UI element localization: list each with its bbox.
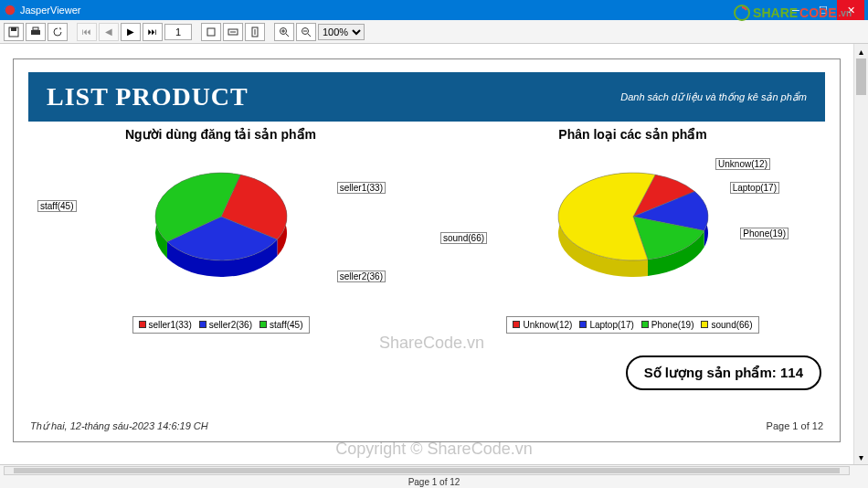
footer-date: Thứ hai, 12-tháng sáu-2023 14:6:19 CH [30,420,208,432]
footer-page: Page 1 of 12 [767,420,823,432]
legend-item: Laptop(17) [579,320,633,330]
legend-chart2: Unknow(12) Laptop(17) Phone(19) sound(66… [506,316,758,334]
svg-rect-5 [207,28,215,36]
scroll-down-icon: ▾ [854,450,868,464]
actual-size-icon [206,27,217,37]
legend-item: staff(45) [259,320,303,330]
svg-rect-4 [33,27,38,30]
toolbar: ⏮ ◀ ▶ ⏭ 100% [0,20,868,44]
svg-rect-2 [11,27,16,31]
first-page-button[interactable]: ⏮ [77,23,97,41]
legend-chart1: seller1(33) seller2(36) staff(45) [132,316,310,334]
scroll-thumb-h[interactable] [14,468,840,473]
save-button[interactable] [4,23,24,41]
vertical-scrollbar[interactable]: ▴ ▾ [853,44,868,464]
print-button[interactable] [26,23,46,41]
next-page-button[interactable]: ▶ [121,23,141,41]
logo-icon [733,4,751,22]
label-phone: Phone(19) [740,228,789,239]
page-subtitle: Danh sách dữ liệu và thống kê sản phẩm [620,91,807,103]
label-laptop: Laptop(17) [730,182,779,194]
legend-item: seller1(33) [139,320,192,330]
window-title: JasperViewer [20,5,80,16]
zoom-in-icon [279,27,290,37]
chart-categories: Phân loại các sản phẩm Unknow(12) Laptop… [440,127,825,334]
last-page-button[interactable]: ⏭ [143,23,163,41]
fit-width-icon [249,27,260,37]
watermark-center: ShareCode.vn [379,334,484,353]
svg-rect-3 [31,30,40,35]
report-footer: Thứ hai, 12-tháng sáu-2023 14:6:19 CH Pa… [30,420,823,432]
legend-item: Phone(19) [641,320,694,330]
zoom-out-button[interactable] [296,23,316,41]
label-unknow: Unknow(12) [715,158,770,170]
watermark-bottom: Copyright © ShareCode.vn [0,440,868,459]
legend-item: Unknow(12) [513,320,572,330]
chart1-title: Người dùng đăng tải sản phẩm [28,127,413,142]
print-icon [30,27,41,37]
app-icon [4,4,16,16]
horizontal-scrollbar[interactable] [4,466,850,475]
chart-users: Người dùng đăng tải sản phẩm seller1(33)… [28,127,413,334]
label-staff: staff(45) [37,200,77,212]
save-icon [8,27,19,37]
reload-button[interactable] [48,23,68,41]
fit-width-button[interactable] [245,23,265,41]
legend-item: sound(66) [701,320,752,330]
zoom-in-button[interactable] [274,23,294,41]
chart2-title: Phân loại các sản phẩm [440,127,825,142]
report-page: LIST PRODUCT Danh sách dữ liệu và thống … [13,58,841,442]
reload-icon [52,27,63,37]
legend-item: seller2(36) [199,320,252,330]
product-count-box: Số lượng sản phẩm: 114 [626,355,821,390]
actual-size-button[interactable] [201,23,221,41]
status-page-label: Page 1 of 12 [0,477,868,487]
pie-chart-users [102,145,340,301]
page-title: LIST PRODUCT [47,82,249,111]
prev-page-button[interactable]: ◀ [99,23,119,41]
svg-point-0 [5,5,16,16]
page-input[interactable] [164,24,192,40]
zoom-select[interactable]: 100% [318,24,365,40]
scroll-thumb[interactable] [856,58,866,95]
zoom-out-icon [301,27,312,37]
fit-page-button[interactable] [223,23,243,41]
viewport: LIST PRODUCT Danh sách dữ liệu và thống … [0,44,868,464]
label-seller2: seller2(36) [337,271,386,282]
label-sound: sound(66) [440,232,487,244]
label-seller1: seller1(33) [337,182,386,194]
sharecode-logo: SHARECODE.vn [733,4,852,22]
status-bar: Page 1 of 12 [0,464,868,488]
scroll-up-icon: ▴ [854,44,868,58]
fit-page-icon [228,27,238,37]
report-header: LIST PRODUCT Danh sách dữ liệu và thống … [28,72,825,122]
